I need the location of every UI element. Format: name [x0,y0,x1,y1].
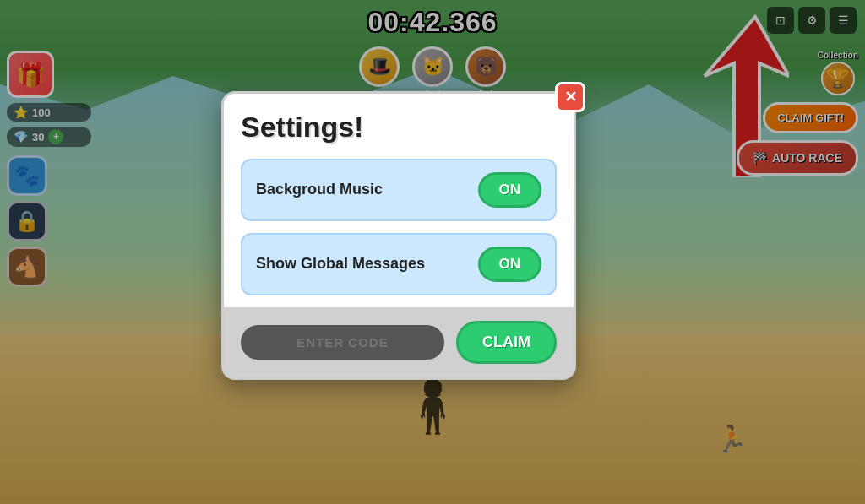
show-global-messages-row: Show Global Messages ON [241,233,557,295]
background-music-row: Backgroud Music ON [241,159,557,221]
settings-modal: Settings! ✕ Backgroud Music ON Show Glob… [221,91,576,380]
show-global-messages-label: Show Global Messages [256,255,478,273]
enter-code-input[interactable] [241,325,444,360]
background-music-label: Backgroud Music [256,181,478,198]
modal-bottom: CLAIM [224,307,574,377]
background-music-toggle[interactable]: ON [478,172,542,208]
settings-title: Settings! [241,111,557,144]
close-button[interactable]: ✕ [555,82,585,112]
modal-overlay: Settings! ✕ Backgroud Music ON Show Glob… [0,0,865,504]
claim-button[interactable]: CLAIM [456,321,557,364]
show-global-messages-toggle[interactable]: ON [478,247,542,282]
